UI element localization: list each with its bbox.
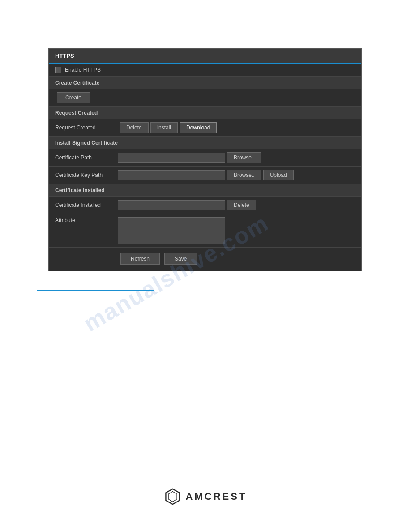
page-wrapper: HTTPS Enable HTTPS Create Certificate Cr…	[0, 0, 411, 532]
enable-https-label: Enable HTTPS	[65, 67, 101, 73]
enable-https-row: Enable HTTPS	[49, 64, 361, 77]
attribute-textarea[interactable]	[118, 217, 225, 244]
cert-installed-input[interactable]	[118, 200, 225, 210]
request-created-label: Request Created	[55, 124, 118, 131]
save-button[interactable]: Save	[164, 253, 197, 265]
cert-installed-section-label: Certificate Installed	[55, 187, 105, 193]
refresh-button[interactable]: Refresh	[120, 253, 160, 265]
create-certificate-label: Create Certificate	[55, 80, 99, 86]
create-button[interactable]: Create	[57, 92, 90, 103]
cert-installed-row: Certificate Installed Delete	[49, 197, 361, 214]
create-certificate-header: Create Certificate	[49, 77, 361, 89]
delete-button[interactable]: Delete	[120, 122, 149, 133]
attribute-row: Attribute	[49, 214, 361, 248]
install-signed-header: Install Signed Certificate	[49, 137, 361, 149]
upload-button[interactable]: Upload	[263, 170, 294, 180]
install-button[interactable]: Install	[150, 122, 178, 133]
cert-key-path-label: Certificate Key Path	[55, 172, 118, 178]
install-signed-label: Install Signed Certificate	[55, 140, 118, 146]
https-panel: HTTPS Enable HTTPS Create Certificate Cr…	[48, 48, 362, 271]
cert-key-path-row: Certificate Key Path Browse.. Upload	[49, 167, 361, 184]
bottom-line	[37, 290, 154, 291]
panel-title: HTTPS	[55, 52, 74, 59]
cert-installed-label: Certificate Installed	[55, 202, 118, 208]
panel-title-bar: HTTPS	[49, 49, 361, 64]
cert-path-label: Certificate Path	[55, 154, 118, 161]
browse-cert-button[interactable]: Browse..	[227, 152, 261, 163]
browse-key-button[interactable]: Browse..	[227, 170, 261, 180]
enable-https-checkbox[interactable]	[55, 67, 61, 73]
cert-installed-header: Certificate Installed	[49, 184, 361, 197]
cert-path-input[interactable]	[118, 153, 225, 163]
create-button-row: Create	[49, 89, 361, 107]
bottom-buttons-row: Refresh Save	[49, 248, 361, 271]
amcrest-logo-icon	[164, 488, 181, 505]
logo-area: AMCREST	[164, 488, 247, 505]
logo-text: AMCREST	[186, 491, 247, 502]
cert-path-row: Certificate Path Browse..	[49, 149, 361, 167]
request-created-row: Request Created Delete Install Download	[49, 119, 361, 137]
request-created-header: Request Created	[49, 107, 361, 119]
delete-installed-button[interactable]: Delete	[227, 200, 256, 210]
download-button[interactable]: Download	[180, 122, 217, 133]
request-created-section-label: Request Created	[55, 110, 98, 116]
svg-marker-1	[168, 492, 177, 502]
attribute-label: Attribute	[55, 217, 118, 223]
cert-key-path-input[interactable]	[118, 170, 225, 180]
